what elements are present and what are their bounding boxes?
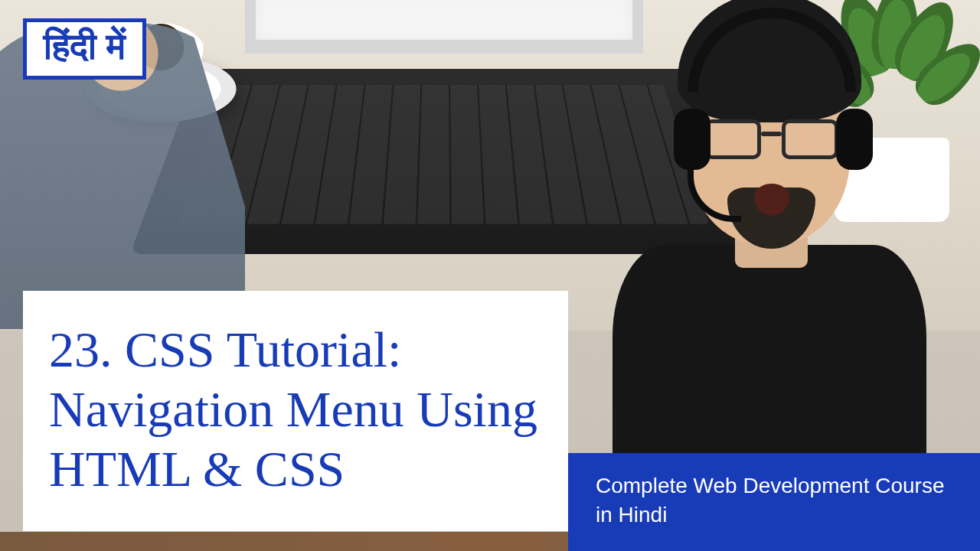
course-subtitle-bar: Complete Web Development Course in Hindi bbox=[568, 453, 980, 551]
title-card: 23. CSS Tutorial: Navigation Menu Using … bbox=[23, 291, 568, 531]
course-subtitle-text: Complete Web Development Course in Hindi bbox=[596, 471, 957, 530]
microphone-icon bbox=[688, 168, 741, 222]
video-title: 23. CSS Tutorial: Navigation Menu Using … bbox=[49, 320, 542, 499]
thumbnail-background: हिंदी में 23. CSS Tutorial: Navigation M… bbox=[0, 0, 980, 551]
language-badge-text: हिंदी में bbox=[44, 26, 126, 67]
language-badge: हिंदी में bbox=[23, 18, 146, 80]
laptop-screen bbox=[245, 0, 643, 54]
